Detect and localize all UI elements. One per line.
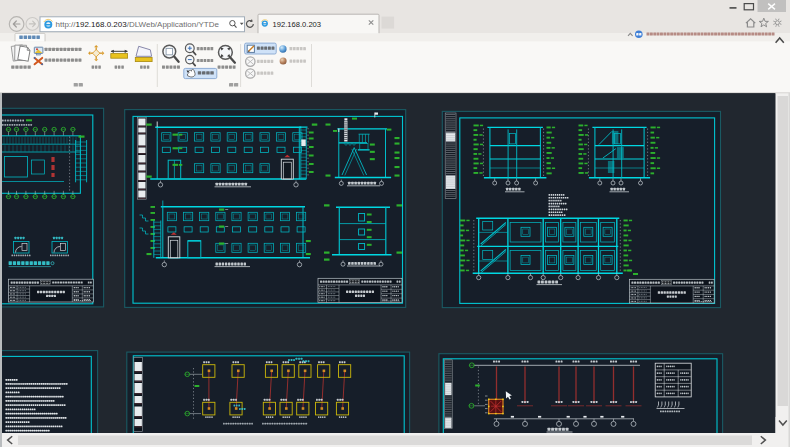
- svg-text:http://192.168.0.203/DLWeb/App: http://192.168.0.203/DLWeb/Application/Y…: [56, 20, 220, 29]
- svg-text:192.168.0.203: 192.168.0.203: [273, 20, 322, 29]
